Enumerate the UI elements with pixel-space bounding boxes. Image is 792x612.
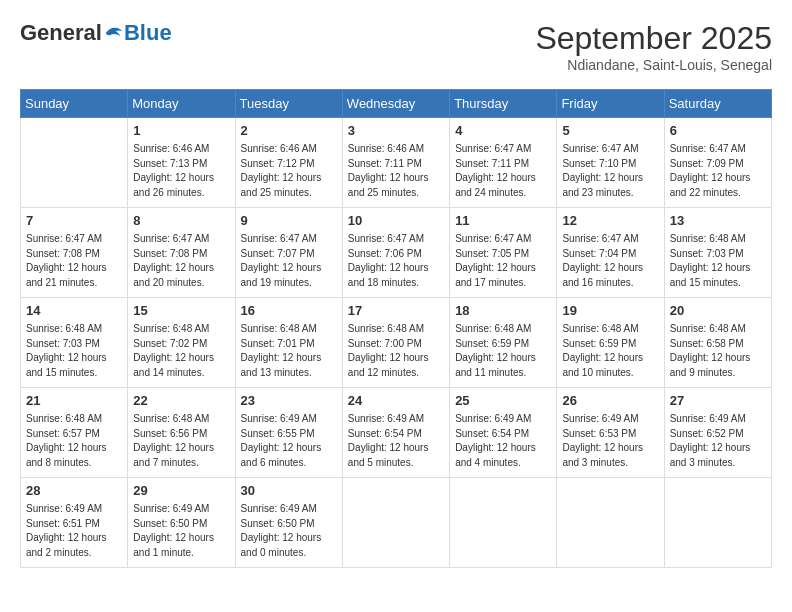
weekday-header: Friday [557, 90, 664, 118]
calendar-day-cell: 15Sunrise: 6:48 AMSunset: 7:02 PMDayligh… [128, 298, 235, 388]
calendar-day-cell: 10Sunrise: 6:47 AMSunset: 7:06 PMDayligh… [342, 208, 449, 298]
calendar-day-cell: 1Sunrise: 6:46 AMSunset: 7:13 PMDaylight… [128, 118, 235, 208]
calendar-day-cell: 7Sunrise: 6:47 AMSunset: 7:08 PMDaylight… [21, 208, 128, 298]
day-number: 30 [241, 482, 337, 500]
calendar-day-cell: 26Sunrise: 6:49 AMSunset: 6:53 PMDayligh… [557, 388, 664, 478]
calendar-day-cell: 23Sunrise: 6:49 AMSunset: 6:55 PMDayligh… [235, 388, 342, 478]
calendar-day-cell: 18Sunrise: 6:48 AMSunset: 6:59 PMDayligh… [450, 298, 557, 388]
day-info: Sunrise: 6:48 AMSunset: 7:02 PMDaylight:… [133, 322, 229, 380]
day-number: 3 [348, 122, 444, 140]
day-number: 26 [562, 392, 658, 410]
calendar-week-row: 21Sunrise: 6:48 AMSunset: 6:57 PMDayligh… [21, 388, 772, 478]
day-number: 2 [241, 122, 337, 140]
day-info: Sunrise: 6:49 AMSunset: 6:53 PMDaylight:… [562, 412, 658, 470]
day-info: Sunrise: 6:48 AMSunset: 6:59 PMDaylight:… [455, 322, 551, 380]
day-info: Sunrise: 6:47 AMSunset: 7:06 PMDaylight:… [348, 232, 444, 290]
calendar-day-cell: 6Sunrise: 6:47 AMSunset: 7:09 PMDaylight… [664, 118, 771, 208]
calendar-day-cell: 13Sunrise: 6:48 AMSunset: 7:03 PMDayligh… [664, 208, 771, 298]
day-number: 22 [133, 392, 229, 410]
day-info: Sunrise: 6:49 AMSunset: 6:54 PMDaylight:… [455, 412, 551, 470]
calendar-day-cell: 5Sunrise: 6:47 AMSunset: 7:10 PMDaylight… [557, 118, 664, 208]
title-area: September 2025 Ndiandane, Saint-Louis, S… [535, 20, 772, 73]
calendar-day-cell: 16Sunrise: 6:48 AMSunset: 7:01 PMDayligh… [235, 298, 342, 388]
calendar-day-cell [557, 478, 664, 568]
calendar-day-cell: 21Sunrise: 6:48 AMSunset: 6:57 PMDayligh… [21, 388, 128, 478]
day-number: 21 [26, 392, 122, 410]
calendar-week-row: 1Sunrise: 6:46 AMSunset: 7:13 PMDaylight… [21, 118, 772, 208]
day-info: Sunrise: 6:48 AMSunset: 6:59 PMDaylight:… [562, 322, 658, 380]
calendar-week-row: 28Sunrise: 6:49 AMSunset: 6:51 PMDayligh… [21, 478, 772, 568]
calendar-day-cell: 19Sunrise: 6:48 AMSunset: 6:59 PMDayligh… [557, 298, 664, 388]
calendar-day-cell: 28Sunrise: 6:49 AMSunset: 6:51 PMDayligh… [21, 478, 128, 568]
day-info: Sunrise: 6:47 AMSunset: 7:08 PMDaylight:… [26, 232, 122, 290]
day-number: 4 [455, 122, 551, 140]
day-number: 6 [670, 122, 766, 140]
calendar-day-cell: 8Sunrise: 6:47 AMSunset: 7:08 PMDaylight… [128, 208, 235, 298]
calendar-day-cell: 27Sunrise: 6:49 AMSunset: 6:52 PMDayligh… [664, 388, 771, 478]
calendar-day-cell: 20Sunrise: 6:48 AMSunset: 6:58 PMDayligh… [664, 298, 771, 388]
day-number: 10 [348, 212, 444, 230]
day-info: Sunrise: 6:49 AMSunset: 6:52 PMDaylight:… [670, 412, 766, 470]
day-number: 17 [348, 302, 444, 320]
calendar-day-cell [21, 118, 128, 208]
logo: General Blue [20, 20, 172, 46]
day-number: 13 [670, 212, 766, 230]
calendar-week-row: 7Sunrise: 6:47 AMSunset: 7:08 PMDaylight… [21, 208, 772, 298]
day-number: 15 [133, 302, 229, 320]
day-number: 25 [455, 392, 551, 410]
day-number: 14 [26, 302, 122, 320]
day-number: 19 [562, 302, 658, 320]
day-number: 23 [241, 392, 337, 410]
calendar-day-cell: 9Sunrise: 6:47 AMSunset: 7:07 PMDaylight… [235, 208, 342, 298]
day-number: 8 [133, 212, 229, 230]
day-info: Sunrise: 6:48 AMSunset: 6:56 PMDaylight:… [133, 412, 229, 470]
day-number: 9 [241, 212, 337, 230]
day-number: 18 [455, 302, 551, 320]
day-info: Sunrise: 6:47 AMSunset: 7:04 PMDaylight:… [562, 232, 658, 290]
page-header: General Blue September 2025 Ndiandane, S… [20, 20, 772, 73]
day-info: Sunrise: 6:47 AMSunset: 7:09 PMDaylight:… [670, 142, 766, 200]
calendar-day-cell: 11Sunrise: 6:47 AMSunset: 7:05 PMDayligh… [450, 208, 557, 298]
day-number: 29 [133, 482, 229, 500]
weekday-header: Saturday [664, 90, 771, 118]
weekday-header: Wednesday [342, 90, 449, 118]
day-info: Sunrise: 6:47 AMSunset: 7:05 PMDaylight:… [455, 232, 551, 290]
day-info: Sunrise: 6:48 AMSunset: 7:01 PMDaylight:… [241, 322, 337, 380]
day-number: 7 [26, 212, 122, 230]
calendar-header-row: SundayMondayTuesdayWednesdayThursdayFrid… [21, 90, 772, 118]
calendar-day-cell [342, 478, 449, 568]
calendar-day-cell: 22Sunrise: 6:48 AMSunset: 6:56 PMDayligh… [128, 388, 235, 478]
day-number: 1 [133, 122, 229, 140]
day-number: 5 [562, 122, 658, 140]
day-info: Sunrise: 6:47 AMSunset: 7:08 PMDaylight:… [133, 232, 229, 290]
day-info: Sunrise: 6:46 AMSunset: 7:12 PMDaylight:… [241, 142, 337, 200]
day-number: 24 [348, 392, 444, 410]
calendar-day-cell: 17Sunrise: 6:48 AMSunset: 7:00 PMDayligh… [342, 298, 449, 388]
day-number: 28 [26, 482, 122, 500]
day-info: Sunrise: 6:46 AMSunset: 7:13 PMDaylight:… [133, 142, 229, 200]
weekday-header: Thursday [450, 90, 557, 118]
weekday-header: Monday [128, 90, 235, 118]
day-info: Sunrise: 6:48 AMSunset: 6:58 PMDaylight:… [670, 322, 766, 380]
calendar-day-cell: 14Sunrise: 6:48 AMSunset: 7:03 PMDayligh… [21, 298, 128, 388]
month-title: September 2025 [535, 20, 772, 57]
day-info: Sunrise: 6:48 AMSunset: 6:57 PMDaylight:… [26, 412, 122, 470]
location-subtitle: Ndiandane, Saint-Louis, Senegal [535, 57, 772, 73]
calendar-day-cell: 30Sunrise: 6:49 AMSunset: 6:50 PMDayligh… [235, 478, 342, 568]
weekday-header: Tuesday [235, 90, 342, 118]
day-info: Sunrise: 6:49 AMSunset: 6:54 PMDaylight:… [348, 412, 444, 470]
day-number: 20 [670, 302, 766, 320]
calendar-day-cell: 3Sunrise: 6:46 AMSunset: 7:11 PMDaylight… [342, 118, 449, 208]
calendar-day-cell: 12Sunrise: 6:47 AMSunset: 7:04 PMDayligh… [557, 208, 664, 298]
calendar-day-cell: 2Sunrise: 6:46 AMSunset: 7:12 PMDaylight… [235, 118, 342, 208]
day-info: Sunrise: 6:47 AMSunset: 7:07 PMDaylight:… [241, 232, 337, 290]
weekday-header: Sunday [21, 90, 128, 118]
day-info: Sunrise: 6:49 AMSunset: 6:50 PMDaylight:… [133, 502, 229, 560]
day-info: Sunrise: 6:49 AMSunset: 6:55 PMDaylight:… [241, 412, 337, 470]
day-info: Sunrise: 6:48 AMSunset: 7:03 PMDaylight:… [670, 232, 766, 290]
logo-bird-icon [104, 24, 124, 42]
day-info: Sunrise: 6:47 AMSunset: 7:10 PMDaylight:… [562, 142, 658, 200]
day-info: Sunrise: 6:49 AMSunset: 6:51 PMDaylight:… [26, 502, 122, 560]
day-number: 27 [670, 392, 766, 410]
calendar-day-cell: 24Sunrise: 6:49 AMSunset: 6:54 PMDayligh… [342, 388, 449, 478]
